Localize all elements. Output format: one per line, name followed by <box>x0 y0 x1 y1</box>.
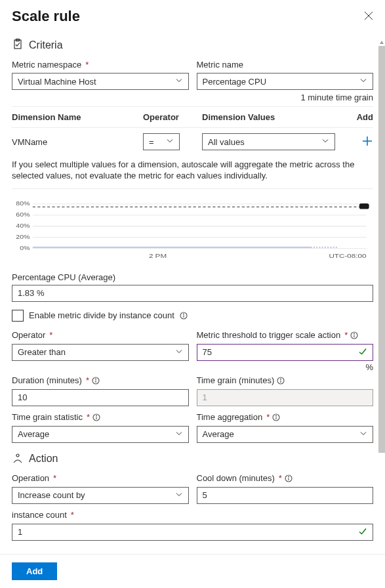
close-button[interactable] <box>364 11 373 22</box>
timegrain-stat-select[interactable]: Average <box>12 426 189 443</box>
threshold-suffix: % <box>197 362 374 372</box>
action-section-header: Action <box>12 452 373 466</box>
info-icon[interactable] <box>92 377 100 385</box>
svg-text:0%: 0% <box>20 245 30 251</box>
svg-point-43 <box>288 476 289 477</box>
metric-name-select[interactable]: Percentage CPU <box>197 73 374 90</box>
svg-point-39 <box>276 415 277 416</box>
time-grain-note: 1 minute time grain <box>197 93 374 102</box>
action-icon <box>12 452 24 466</box>
info-icon[interactable] <box>272 413 280 421</box>
panel-footer: Add <box>0 554 385 588</box>
svg-text:80%: 80% <box>16 200 30 207</box>
metric-average-label: Percentage CPU (Average) <box>12 272 373 282</box>
chevron-down-icon <box>359 77 367 87</box>
clipboard-check-icon <box>12 38 24 52</box>
info-icon[interactable] <box>285 474 293 482</box>
threshold-label: Metric threshold to trigger scale action… <box>197 329 374 341</box>
svg-point-27 <box>354 333 355 334</box>
timegrain-stat-label: Time grain statistic* <box>12 411 189 423</box>
chevron-down-icon <box>321 137 329 147</box>
checkmark-icon <box>358 346 367 358</box>
checkmark-icon <box>358 526 367 537</box>
svg-text:60%: 60% <box>16 211 30 218</box>
add-dimension-button[interactable] <box>361 135 373 147</box>
chevron-down-icon <box>175 347 183 357</box>
threshold-input[interactable]: 75 <box>197 344 374 361</box>
dimension-name: VMName <box>12 137 143 147</box>
timegrain-minutes-input: 1 <box>197 389 374 406</box>
timeagg-label: Time aggregation* <box>197 411 374 423</box>
dimensions-header: Dimension Name Operator Dimension Values… <box>12 106 373 128</box>
info-icon[interactable] <box>350 331 358 339</box>
svg-text:40%: 40% <box>16 222 30 229</box>
metric-name-label: Metric name <box>197 58 374 70</box>
svg-text:2 PM: 2 PM <box>149 252 167 259</box>
operation-label: Operation* <box>12 472 189 484</box>
operator-select[interactable]: Greater than <box>12 344 189 361</box>
operation-select[interactable]: Increase count by <box>12 487 189 504</box>
duration-input[interactable]: 10 <box>12 389 189 406</box>
dimension-operator-select[interactable]: = <box>143 133 180 150</box>
svg-point-36 <box>96 415 96 416</box>
svg-point-40 <box>16 454 19 457</box>
chevron-down-icon <box>359 429 367 439</box>
panel-header: Scale rule <box>12 8 373 25</box>
chevron-down-icon <box>175 77 183 87</box>
metric-average-value-input[interactable]: 1.83 % <box>12 285 373 302</box>
instance-count-input[interactable]: 1 <box>12 524 373 541</box>
svg-rect-17 <box>359 203 369 209</box>
instance-count-label: instance count* <box>12 509 373 521</box>
scrollbar-thumb[interactable] <box>378 46 385 453</box>
dimension-values-select[interactable]: All values <box>202 133 335 150</box>
action-section-title: Action <box>29 453 58 465</box>
svg-text:UTC-08:00: UTC-08:00 <box>329 252 366 259</box>
enable-metric-divide-label: Enable metric divide by instance count <box>29 310 174 320</box>
chevron-down-icon <box>175 490 183 500</box>
metric-chart: 80% 60% 40% 20% 0% 2 PM UTC-08:00 <box>12 188 373 268</box>
info-icon[interactable] <box>92 413 100 421</box>
add-button[interactable]: Add <box>12 562 57 580</box>
criteria-section-title: Criteria <box>29 39 63 51</box>
info-icon[interactable] <box>180 312 188 320</box>
duration-label: Duration (minutes)* <box>12 375 189 387</box>
chevron-down-icon <box>175 429 183 439</box>
svg-text:20%: 20% <box>16 234 30 240</box>
cooldown-label: Cool down (minutes)* <box>197 472 374 484</box>
criteria-section-header: Criteria <box>12 38 373 52</box>
svg-marker-44 <box>380 41 384 44</box>
chevron-down-icon <box>166 137 174 147</box>
timeagg-select[interactable]: Average <box>197 426 374 443</box>
dimension-row: VMName = All values <box>12 128 373 156</box>
enable-metric-divide-checkbox[interactable] <box>12 310 24 322</box>
metric-namespace-label: Metric namespace* <box>12 58 189 70</box>
scrollbar[interactable] <box>378 39 385 588</box>
metric-namespace-select[interactable]: Virtual Machine Host <box>12 73 189 90</box>
cooldown-input[interactable]: 5 <box>197 487 374 504</box>
panel-title: Scale rule <box>12 8 80 25</box>
dimensions-hint: If you select multiple values for a dime… <box>12 159 373 182</box>
svg-point-30 <box>96 379 96 379</box>
scrollbar-up-icon[interactable] <box>378 39 385 46</box>
svg-point-33 <box>281 379 281 379</box>
timegrain-minutes-label: Time grain (minutes) <box>197 375 374 387</box>
operator-label: Operator* <box>12 329 189 341</box>
info-icon[interactable] <box>277 377 285 385</box>
svg-point-24 <box>183 314 184 314</box>
